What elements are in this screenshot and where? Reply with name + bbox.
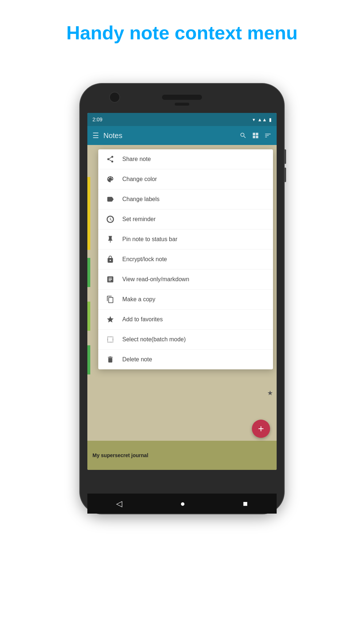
star-icon	[106, 315, 115, 324]
change-color-label: Change color	[122, 176, 157, 182]
bottom-note: My supersecret journal	[87, 441, 277, 470]
menu-item-pin-note[interactable]: Pin note to status bar	[98, 229, 273, 250]
alarm-icon	[106, 215, 115, 224]
note-strip-green2	[87, 302, 90, 331]
add-favorites-label: Add to favorites	[122, 316, 163, 323]
menu-item-set-reminder[interactable]: Set reminder	[98, 209, 273, 229]
note-strip-green1	[87, 258, 90, 287]
status-icons: ▾ ▲▲ ▮	[253, 117, 272, 122]
toolbar-actions	[240, 132, 272, 139]
copy-icon	[106, 295, 115, 304]
back-button[interactable]: ◁	[116, 499, 122, 508]
menu-item-encrypt-note[interactable]: Encrypt/lock note	[98, 250, 273, 270]
menu-item-delete-note[interactable]: Delete note	[98, 350, 273, 369]
phone-speaker	[162, 95, 202, 100]
bottom-note-title: My supersecret journal	[92, 452, 148, 458]
note-star2-icon: ★	[267, 389, 273, 397]
fab-button[interactable]: +	[252, 420, 270, 438]
select-note-label: Select note(batch mode)	[122, 336, 186, 343]
status-time: 2:09	[92, 117, 102, 122]
pin-note-label: Pin note to status bar	[122, 236, 177, 243]
menu-item-change-labels[interactable]: Change labels	[98, 189, 273, 209]
phone-frame: 2:09 ▾ ▲▲ ▮ ☰ Notes	[80, 84, 284, 514]
home-button[interactable]: ●	[180, 499, 185, 508]
menu-item-add-favorites[interactable]: Add to favorites	[98, 310, 273, 330]
app-toolbar: ☰ Notes	[87, 126, 277, 145]
article-icon	[106, 275, 115, 284]
menu-item-view-readonly[interactable]: View read-only/markdown	[98, 270, 273, 290]
context-menu: Share note Change color Change lab	[98, 149, 273, 369]
search-icon[interactable]	[240, 132, 247, 139]
navigation-bar: ◁ ● ■	[87, 494, 277, 514]
delete-note-label: Delete note	[122, 356, 152, 363]
share-icon	[106, 154, 115, 164]
phone-screen: 2:09 ▾ ▲▲ ▮ ☰ Notes	[87, 113, 277, 470]
phone-camera	[109, 92, 120, 103]
make-copy-label: Make a copy	[122, 296, 155, 303]
label-icon	[106, 195, 115, 204]
encrypt-note-label: Encrypt/lock note	[122, 256, 167, 263]
page-title: Handy note context menu	[0, 22, 364, 44]
lock-icon	[106, 255, 115, 264]
toolbar-title: Notes	[103, 131, 235, 140]
wifi-icon: ▾	[253, 117, 255, 122]
status-bar: 2:09 ▾ ▲▲ ▮	[87, 113, 277, 126]
menu-item-select-note[interactable]: Select note(batch mode)	[98, 330, 273, 350]
phone-volume-up-button[interactable]	[284, 149, 286, 164]
menu-item-share-note[interactable]: Share note	[98, 149, 273, 169]
change-labels-label: Change labels	[122, 196, 159, 203]
menu-icon[interactable]: ☰	[92, 131, 99, 140]
set-reminder-label: Set reminder	[122, 216, 156, 223]
share-note-label: Share note	[122, 156, 151, 162]
sort-icon[interactable]	[264, 132, 272, 139]
signal-icon: ▲▲	[257, 117, 267, 122]
note-strip-green3	[87, 345, 90, 374]
grid-view-icon[interactable]	[252, 132, 259, 139]
recent-apps-button[interactable]: ■	[243, 499, 248, 508]
menu-item-change-color[interactable]: Change color	[98, 169, 273, 189]
delete-icon	[106, 355, 115, 364]
pin-icon	[106, 235, 115, 244]
battery-icon: ▮	[269, 117, 272, 122]
phone-sensor	[175, 103, 189, 106]
menu-item-make-copy[interactable]: Make a copy	[98, 290, 273, 310]
view-readonly-label: View read-only/markdown	[122, 276, 189, 283]
note-strip-yellow	[87, 177, 90, 250]
phone-volume-down-button[interactable]	[284, 168, 286, 182]
palette-icon	[106, 174, 115, 184]
select-icon	[106, 335, 115, 344]
